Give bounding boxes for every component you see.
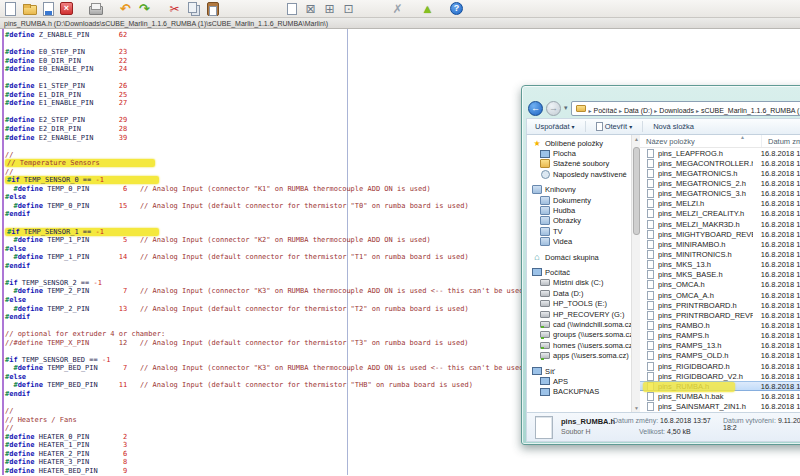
file-row[interactable]: pins_RUMBA.h.bak16.8.2018 13:57: [640, 391, 800, 401]
history-dropdown-icon[interactable]: ▾: [564, 104, 568, 112]
sidebar-item[interactable]: HP_RECOVERY (G:): [527, 309, 631, 319]
scrollbar-thumb[interactable]: [633, 147, 640, 235]
file-row[interactable]: pins_MKS_BASE.h16.8.2018 13:57: [640, 270, 800, 280]
file-row[interactable]: pins_RAMPS_13.h16.8.2018 13:57: [640, 341, 800, 351]
file-row[interactable]: pins_MINIRAMBO.h16.8.2018 13:57: [640, 239, 800, 249]
sidebar-item[interactable]: Obrázky: [527, 216, 631, 226]
paste-icon[interactable]: [205, 2, 220, 16]
file-row[interactable]: pins_LEAPFROG.h16.8.2018 13:57: [640, 148, 800, 158]
cut-icon[interactable]: ✂: [167, 2, 182, 16]
details-created: Datum vytvoření: 9.11.2017 18:2: [723, 417, 800, 431]
save-file-icon[interactable]: [41, 2, 56, 16]
file-name: pins_MELZI_MAKR3D.h: [658, 220, 753, 229]
sidebar-scrollbar[interactable]: ▲ ▼: [631, 135, 640, 412]
sidebar-item[interactable]: groups (\\users.soma.cz): [527, 330, 631, 340]
tools-icon[interactable]: ✗: [390, 2, 405, 16]
copy-icon[interactable]: [186, 2, 201, 16]
file-date: 16.8.2018 13:57: [753, 179, 800, 188]
file-row[interactable]: pins_RUMBA.h16.8.2018 13:57: [640, 381, 800, 391]
file-icon: [647, 149, 654, 158]
sidebar-item[interactable]: HP_TOOLS (E:): [527, 298, 631, 308]
file-row[interactable]: pins_MEGATRONICS.h16.8.2018 13:57: [640, 168, 800, 178]
forward-button[interactable]: →: [546, 101, 561, 116]
sidebar-label: Knihovny: [545, 185, 576, 194]
file-row[interactable]: pins_OMCA.h16.8.2018 13:57: [640, 280, 800, 290]
sidebar-item[interactable]: Stažené soubory: [527, 159, 631, 169]
sidebar-item[interactable]: Dokumenty: [527, 195, 631, 205]
file-row[interactable]: pins_MIGHTYBOARD_REVE.h16.8.2018 13:57: [640, 229, 800, 239]
command-bar-separator: [642, 121, 643, 132]
window-cascade-icon[interactable]: ⊡: [341, 2, 356, 16]
file-row[interactable]: pins_MKS_13.h16.8.2018 13:57: [640, 260, 800, 270]
file-row[interactable]: pins_RIGIDBOARD.h16.8.2018 13:57: [640, 361, 800, 371]
explorer-sidebar: ★Oblíbené položkyPlochaStažené souboryNa…: [527, 135, 631, 412]
sidebar-item[interactable]: homes (\\users.soma.cz): [527, 340, 631, 350]
sidebar-item[interactable]: Hudba: [527, 205, 631, 215]
file-row[interactable]: pins_RAMBO.h16.8.2018 13:57: [640, 320, 800, 330]
find-icon[interactable]: [235, 2, 250, 16]
file-row[interactable]: pins_MEGATRONICS_2.h16.8.2018 13:57: [640, 178, 800, 188]
file-row[interactable]: pins_RAMPS.h16.8.2018 13:57: [640, 331, 800, 341]
new-folder-button[interactable]: Nová složka: [653, 122, 694, 131]
help-icon[interactable]: ?: [450, 2, 463, 15]
sidebar-item[interactable]: cad (\\windchill.soma.cz): [527, 319, 631, 329]
file-row[interactable]: pins_RAMPS_OLD.h16.8.2018 13:57: [640, 351, 800, 361]
file-row[interactable]: pins_MINITRONICS.h16.8.2018 13:57: [640, 249, 800, 259]
sidebar-item[interactable]: Videa: [527, 237, 631, 247]
new-window-icon[interactable]: [284, 2, 299, 16]
window-close-icon[interactable]: ⊠: [303, 2, 318, 16]
file-row[interactable]: pins_RIGIDBOARD_V2.h16.8.2018 13:57: [640, 371, 800, 381]
sidebar-group-header[interactable]: Síť: [527, 366, 631, 376]
sidebar-group-header[interactable]: Počítač: [527, 267, 631, 277]
sidebar-item[interactable]: TV: [527, 226, 631, 236]
file-name: pins_PRINTRBOARD_REVF.h: [658, 311, 753, 320]
zoom-icon[interactable]: [371, 2, 386, 16]
open-button[interactable]: Otevřít ▾: [596, 122, 633, 131]
file-icon: [647, 260, 654, 269]
sidebar-group-header[interactable]: ★Oblíbené položky: [527, 138, 631, 148]
file-row[interactable]: pins_MEGATRONICS_3.h16.8.2018 13:57: [640, 189, 800, 199]
print-icon[interactable]: [88, 2, 103, 16]
file-tab[interactable]: pins_RUMBA.h (D:\Downloads\sCUBE_Marlin_…: [0, 20, 332, 27]
explorer-nav-bar: ← → ▾ ▸Počítač▸Data (D:)▸Downloads▸sCUBE…: [526, 98, 800, 118]
file-row[interactable]: pins_OMCA_A.h16.8.2018 13:57: [640, 290, 800, 300]
redo-icon[interactable]: ↷: [137, 2, 152, 16]
sidebar-item[interactable]: Naposledy navštívené: [527, 169, 631, 179]
breadcrumb-item[interactable]: Počítač: [593, 107, 618, 114]
file-row[interactable]: pins_PRINTRBOARD.h16.8.2018 13:57: [640, 300, 800, 310]
sidebar-item[interactable]: Data (D:): [527, 288, 631, 298]
sidebar-label: Oblíbené položky: [545, 139, 603, 148]
address-bar[interactable]: ▸Počítač▸Data (D:)▸Downloads▸sCUBE_Marli…: [571, 101, 800, 116]
organize-button[interactable]: Uspořádat ▾: [535, 122, 575, 131]
sidebar-group-header[interactable]: Knihovny: [527, 185, 631, 195]
sidebar-item[interactable]: BACKUPNAS: [527, 387, 631, 397]
sidebar-label: Síť: [545, 367, 555, 376]
column-header-date[interactable]: Datum změny: [762, 135, 800, 147]
update-icon[interactable]: ▲: [420, 2, 435, 16]
explorer-title-bar[interactable]: [526, 90, 800, 98]
breadcrumb-item[interactable]: sCUBE_Marlin_1.1.6_RUMBA (1): [700, 107, 800, 114]
find-in-files-icon[interactable]: [254, 2, 269, 16]
sidebar-item[interactable]: apps (\\users.soma.cz) (Z: [527, 350, 631, 360]
file-icon: [647, 341, 654, 350]
window-tile-icon[interactable]: ⊞: [322, 2, 337, 16]
sidebar-item[interactable]: Plocha: [527, 148, 631, 158]
sidebar-group-header[interactable]: ⌂Domácí skupina: [527, 252, 631, 262]
undo-icon[interactable]: ↶: [118, 2, 133, 16]
file-row[interactable]: pins_PRINTRBOARD_REVF.h16.8.2018 13:57: [640, 310, 800, 320]
file-row[interactable]: pins_MEGACONTROLLER.h16.8.2018 13:57: [640, 158, 800, 168]
size-label: Velikost:: [639, 428, 665, 435]
file-row[interactable]: pins_MELZI_CREALITY.h16.8.2018 13:57: [640, 209, 800, 219]
column-header-name[interactable]: Název položky ▲: [640, 135, 762, 147]
file-row[interactable]: pins_MELZI.h16.8.2018 13:57: [640, 199, 800, 209]
file-row[interactable]: pins_MELZI_MAKR3D.h16.8.2018 13:57: [640, 219, 800, 229]
close-file-icon[interactable]: ×: [60, 2, 73, 15]
file-row[interactable]: pins_SAINSMART_2IN1.h16.8.2018 13:57: [640, 402, 800, 412]
open-file-icon[interactable]: [22, 2, 37, 16]
breadcrumb-item[interactable]: Data (D:): [623, 107, 653, 114]
sidebar-item[interactable]: Místní disk (C:): [527, 278, 631, 288]
sidebar-item[interactable]: APS: [527, 376, 631, 386]
new-file-icon[interactable]: [3, 2, 18, 16]
back-button[interactable]: ←: [528, 101, 543, 116]
breadcrumb-item[interactable]: Downloads: [658, 107, 695, 114]
